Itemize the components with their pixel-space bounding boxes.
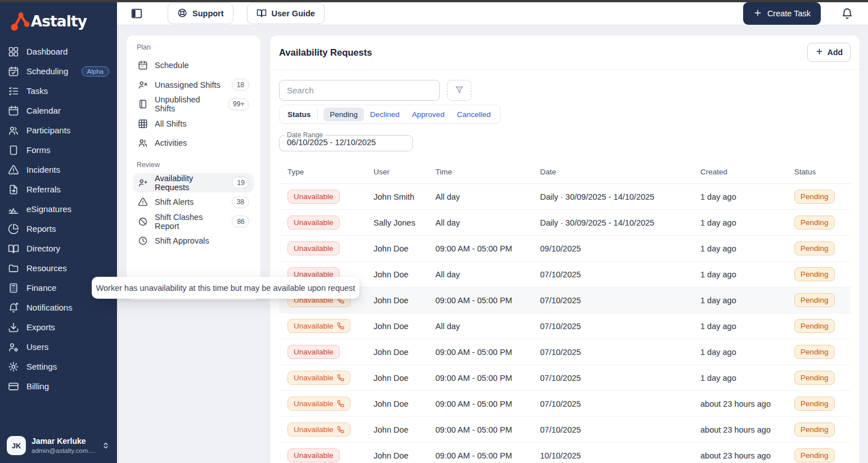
lifebuoy-icon [177,8,187,20]
subnav-item-label: Shift Alerts [155,197,194,206]
sidebar-item-label: Calendar [26,106,61,115]
user-email: admin@astalty.com.... [32,447,95,455]
type-badge-unavailable[interactable]: Unavailable [287,448,340,462]
subnav-item-shift-alerts[interactable]: Shift Alerts38 [133,192,254,212]
subnav-item-shift-approvals[interactable]: Shift Approvals [133,231,254,251]
book-open-icon [257,8,267,20]
sidebar-item-tasks[interactable]: Tasks [0,81,117,101]
sidebar-item-scheduling[interactable]: SchedulingAlpha [0,61,117,81]
user-guide-button[interactable]: User Guide [247,3,325,24]
sidebar-item-directory[interactable]: Directory [0,239,117,258]
time-cell: All day [427,262,532,287]
time-cell: 09:00 AM - 05:00 PM [427,443,532,463]
brand-logo[interactable]: Astalty [0,2,117,37]
phone-icon [337,322,344,330]
type-badge-unavailable[interactable]: Unavailable [287,422,350,437]
table-row[interactable]: UnavailableJohn Doe09:00 AM - 05:00 PM07… [279,417,851,443]
subnav-item-shift-clashes-report[interactable]: Shift Clashes Report86 [133,212,254,232]
subnav-item-unpublished-shifts[interactable]: Unpublished Shifts99+ [133,95,254,114]
type-badge-unavailable[interactable]: Unavailable [287,215,340,230]
sidebar-toggle-button[interactable] [131,7,144,20]
main-column: Support User Guide Create Task PlanSched… [117,0,868,463]
sidebar-item-reports[interactable]: Reports [0,219,117,239]
sidebar-item-resources[interactable]: Resources [0,258,117,278]
type-badge-unavailable[interactable]: Unavailable [287,190,340,204]
table-row[interactable]: UnavailableJohn Doe09:00 AM - 05:00 PM09… [279,236,851,262]
subnav-item-all-shifts[interactable]: All Shifts [133,114,254,134]
status-option-cancelled[interactable]: Cancelled [451,107,497,122]
sidebar-item-calendar[interactable]: Calendar [0,101,117,120]
table-row[interactable]: UnavailableJohn Doe09:00 AM - 05:00 PM07… [279,391,851,417]
table-row[interactable]: UnavailableJohn DoeAll day07/10/20251 da… [279,313,851,339]
sidebar-item-esignatures[interactable]: eSignatures [0,199,117,219]
created-cell: 1 day ago [692,313,786,339]
subnav-section-title: Plan [137,43,254,52]
subnav-item-label: Shift Approvals [155,236,209,245]
table-row[interactable]: UnavailableJohn Doe09:00 AM - 05:00 PM10… [279,443,851,463]
subnav-item-label: Activities [155,138,187,147]
subnav-item-unassigned-shifts[interactable]: Unassigned Shifts18 [133,75,254,95]
sidebar-item-label: Incidents [26,165,60,174]
grid-icon [138,119,148,129]
sidebar-item-label: Tasks [26,86,48,96]
subnav-item-availability-requests[interactable]: Availability Requests19 [133,173,254,193]
status-option-approved[interactable]: Approved [406,107,451,122]
table-row[interactable]: UnavailableJohn DoeAll day07/10/20251 da… [279,262,851,287]
user-cell: John Doe [365,313,427,339]
unavailability-tooltip: Worker has unavailability at this time b… [92,277,359,299]
table-row[interactable]: UnavailableJohn Doe09:00 AM - 05:00 PM07… [279,339,851,365]
window-top-strip [0,0,868,2]
type-badge-unavailable[interactable]: Unavailable [287,371,350,385]
table-row[interactable]: UnavailableSally JonesAll dayDaily · 30/… [279,210,851,236]
sidebar-item-label: Reports [26,224,56,233]
person-x-icon [138,80,148,90]
table-row[interactable]: UnavailableJohn Doe09:00 AM - 05:00 PM07… [279,287,851,313]
sidebar-item-participants[interactable]: Participants [0,120,117,140]
sidebar-item-forms[interactable]: Forms [0,140,117,160]
table-row[interactable]: UnavailableJohn Doe09:00 AM - 05:00 PM07… [279,365,851,391]
status-option-declined[interactable]: Declined [364,107,406,122]
notifications-bell-button[interactable] [841,7,854,20]
download-icon [8,322,19,333]
clock-icon [138,236,148,246]
date-cell: 07/10/2025 [532,262,692,287]
search-input[interactable] [279,80,440,101]
bell-plus-icon [8,302,19,313]
count-badge: 38 [232,196,249,208]
phone-icon [337,400,344,407]
sidebar-item-settings[interactable]: Settings [0,357,117,376]
subnav-item-activities[interactable]: Activities [133,133,254,153]
type-badge-unavailable[interactable]: Unavailable [287,397,350,411]
alert-triangle-icon [138,197,148,207]
subnav-item-label: Shift Clashes Report [155,213,225,231]
sidebar-item-billing[interactable]: Billing [0,376,117,396]
type-badge-unavailable[interactable]: Unavailable [287,319,350,333]
sidebar-item-exports[interactable]: Exports [0,317,117,337]
created-cell: 1 day ago [692,236,786,262]
support-button[interactable]: Support [168,3,233,24]
date-range-field[interactable]: Date Range 06/10/2025 - 12/10/2025 [279,131,413,151]
sidebar-item-label: Settings [26,362,57,371]
phone-icon [337,426,344,433]
sidebar-item-notifications[interactable]: Notifications [0,298,117,317]
date-cell: 07/10/2025 [532,313,692,339]
time-cell: 09:00 AM - 05:00 PM [427,236,532,262]
created-cell: about 23 hours ago [692,443,786,463]
table-row[interactable]: UnavailableJohn SmithAll dayDaily · 30/0… [279,184,851,210]
create-task-button[interactable]: Create Task [743,2,821,25]
sidebar-item-users[interactable]: Users [0,337,117,357]
primary-nav: DashboardSchedulingAlphaTasksCalendarPar… [0,42,117,396]
sidebar-item-dashboard[interactable]: Dashboard [0,42,117,61]
status-option-pending[interactable]: Pending [323,107,364,122]
created-cell: 1 day ago [692,339,786,365]
type-badge-unavailable[interactable]: Unavailable [287,345,340,359]
add-button[interactable]: Add [807,43,851,62]
subnav-item-schedule[interactable]: Schedule [133,56,254,75]
sidebar-item-referrals[interactable]: Referrals [0,179,117,199]
type-badge-unavailable[interactable]: Unavailable [287,241,340,255]
filter-button[interactable] [447,80,471,101]
status-badge-pending: Pending [794,448,835,462]
user-menu[interactable]: JK Jamar Kerluke admin@astalty.com.... [0,429,117,463]
availability-requests-panel: Availability Requests Add Status [270,35,860,463]
sidebar-item-incidents[interactable]: Incidents [0,160,117,179]
